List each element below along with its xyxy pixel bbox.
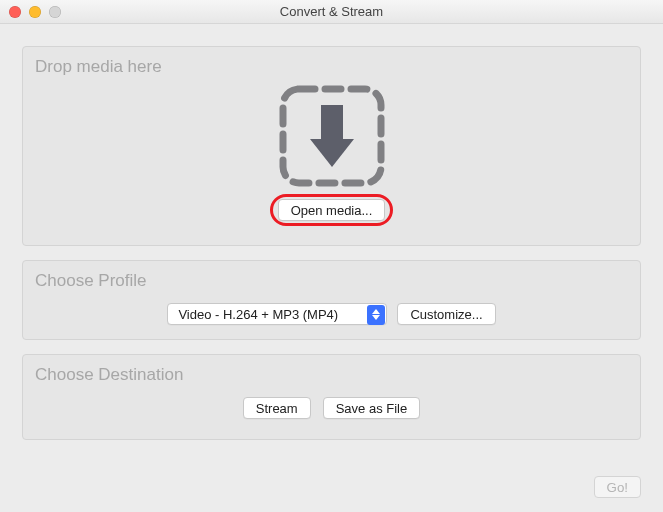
drop-media-title: Drop media here xyxy=(35,57,162,77)
content: Drop media here Open media... Choose Pro… xyxy=(0,24,663,462)
choose-profile-title: Choose Profile xyxy=(35,271,147,291)
save-as-file-button[interactable]: Save as File xyxy=(323,397,421,419)
svg-rect-1 xyxy=(321,105,343,141)
profile-row: Video - H.264 + MP3 (MP4) Customize... xyxy=(23,303,640,325)
drop-media-panel[interactable]: Drop media here Open media... xyxy=(22,46,641,246)
svg-marker-3 xyxy=(372,309,380,314)
svg-marker-2 xyxy=(310,139,354,167)
customize-button[interactable]: Customize... xyxy=(397,303,495,325)
footer: Go! xyxy=(594,476,641,498)
window-titlebar: Convert & Stream xyxy=(0,0,663,24)
profile-select[interactable]: Video - H.264 + MP3 (MP4) xyxy=(167,303,387,325)
traffic-lights xyxy=(0,6,61,18)
choose-profile-panel: Choose Profile Video - H.264 + MP3 (MP4)… xyxy=(22,260,641,340)
open-media-wrap: Open media... xyxy=(278,199,386,221)
choose-destination-title: Choose Destination xyxy=(35,365,183,385)
window-title: Convert & Stream xyxy=(0,4,663,19)
drop-target-icon[interactable] xyxy=(277,83,387,189)
minimize-icon[interactable] xyxy=(29,6,41,18)
close-icon[interactable] xyxy=(9,6,21,18)
go-button: Go! xyxy=(594,476,641,498)
zoom-icon xyxy=(49,6,61,18)
destination-row: Stream Save as File xyxy=(23,397,640,419)
svg-marker-4 xyxy=(372,315,380,320)
open-media-button[interactable]: Open media... xyxy=(278,199,386,221)
select-arrows-icon xyxy=(367,305,385,325)
profile-selected-label: Video - H.264 + MP3 (MP4) xyxy=(178,307,338,322)
stream-button[interactable]: Stream xyxy=(243,397,311,419)
choose-destination-panel: Choose Destination Stream Save as File xyxy=(22,354,641,440)
